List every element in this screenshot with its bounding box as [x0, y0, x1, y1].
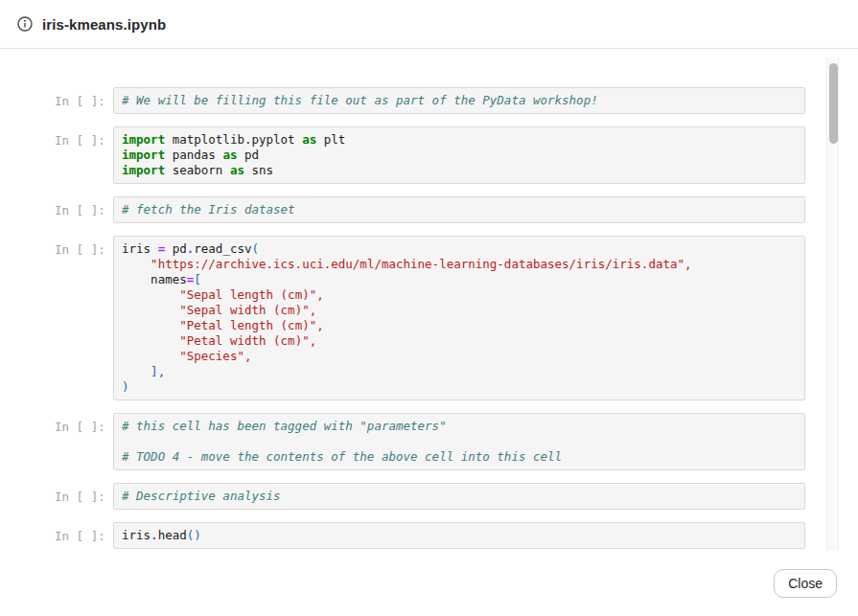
- file-title: iris-kmeans.ipynb: [42, 16, 166, 33]
- code-line: # fetch the Iris dataset: [122, 202, 797, 217]
- notebook-cell: In [ ]:# Descriptive analysis: [55, 483, 805, 510]
- code-line: # this cell has been tagged with "parame…: [122, 419, 797, 434]
- code-line: [122, 434, 797, 449]
- notebook-cell: In [ ]:iris.head(): [55, 522, 805, 549]
- code-line: names=[: [122, 272, 797, 287]
- code-line: ): [122, 379, 797, 395]
- code-line: import pandas as pd: [122, 148, 797, 163]
- cell-prompt: In [ ]:: [55, 413, 113, 435]
- code-line: "Sepal length (cm)",: [122, 287, 797, 303]
- cell-prompt: In [ ]:: [55, 196, 113, 218]
- code-line: "https://archive.ics.uci.edu/ml/machine-…: [122, 257, 797, 272]
- cell-code: # Descriptive analysis: [113, 483, 805, 510]
- notebook-cell: In [ ]:# We will be filling this file ou…: [55, 87, 805, 114]
- notebook-cell: In [ ]:# this cell has been tagged with …: [55, 413, 805, 470]
- cell-prompt: In [ ]:: [55, 126, 113, 148]
- notebook-cell: In [ ]:# fetch the Iris dataset: [55, 196, 805, 223]
- cell-code: # fetch the Iris dataset: [113, 196, 805, 223]
- scrollbar-track[interactable]: [826, 57, 839, 551]
- cell-code: iris.head(): [113, 522, 805, 549]
- cell-code: import matplotlib.pyplot as pltimport pa…: [113, 126, 805, 184]
- cell-code: iris = pd.read_csv( "https://archive.ics…: [113, 236, 805, 400]
- code-line: import seaborn as sns: [122, 163, 797, 178]
- close-button[interactable]: Close: [774, 569, 837, 598]
- cell-code: # this cell has been tagged with "parame…: [113, 413, 805, 470]
- cell-prompt: In [ ]:: [55, 236, 113, 258]
- cell-prompt: In [ ]:: [55, 522, 113, 544]
- modal-header: iris-kmeans.ipynb: [0, 0, 858, 49]
- code-line: # Descriptive analysis: [122, 489, 797, 504]
- code-line: "Species",: [122, 349, 797, 364]
- notebook-cell: In [ ]:iris = pd.read_csv( "https://arch…: [55, 236, 805, 400]
- notebook-cells: In [ ]:# We will be filling this file ou…: [0, 49, 858, 549]
- modal-footer: Close: [0, 551, 858, 616]
- code-line: # TODO 4 - move the contents of the abov…: [122, 449, 797, 465]
- notebook-preview: In [ ]:# We will be filling this file ou…: [0, 49, 858, 551]
- code-line: iris.head(): [122, 528, 797, 543]
- cell-code: # We will be filling this file out as pa…: [113, 87, 805, 114]
- notebook-cell: In [ ]:import matplotlib.pyplot as pltim…: [55, 126, 805, 184]
- code-line: iris = pd.read_csv(: [122, 241, 797, 257]
- code-line: # We will be filling this file out as pa…: [122, 93, 797, 108]
- info-icon: [17, 16, 33, 32]
- code-line: import matplotlib.pyplot as plt: [122, 132, 797, 148]
- cell-prompt: In [ ]:: [55, 87, 113, 109]
- code-line: "Petal width (cm)",: [122, 333, 797, 349]
- code-line: "Petal length (cm)",: [122, 318, 797, 333]
- code-line: "Sepal width (cm)",: [122, 303, 797, 318]
- code-line: ],: [122, 364, 797, 379]
- file-preview-modal: iris-kmeans.ipynb In [ ]:# We will be fi…: [0, 0, 858, 616]
- scrollbar-thumb[interactable]: [829, 63, 838, 144]
- cell-prompt: In [ ]:: [55, 483, 113, 505]
